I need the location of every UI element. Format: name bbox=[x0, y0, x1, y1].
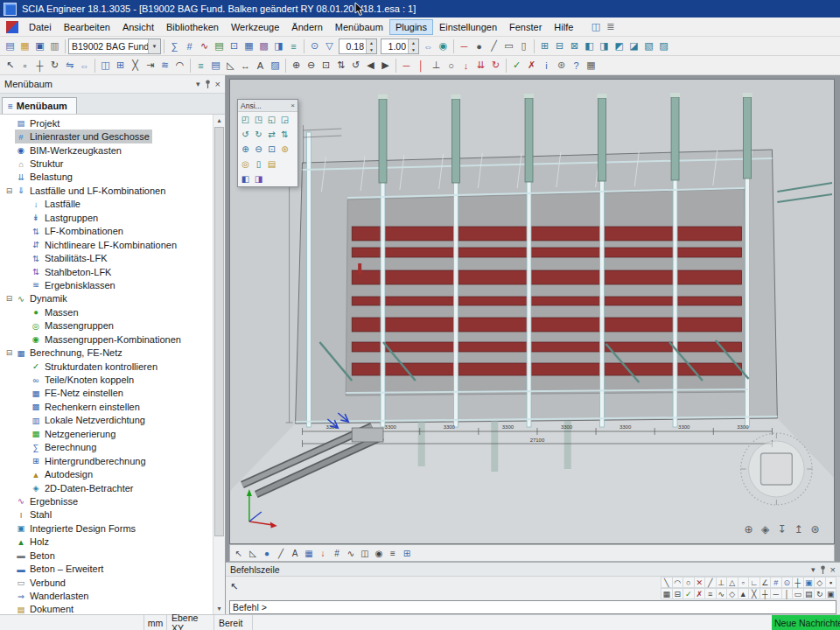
tree-item-lastfälle[interactable]: ↓Lastfälle bbox=[0, 198, 214, 211]
tree-item-stahlbeton-lfk[interactable]: ⇅Stahlbeton-LFK bbox=[0, 265, 214, 278]
tree-item-nichtlineare-lf-kombinationen[interactable]: ⇵Nichtlineare LF-Kombinationen bbox=[0, 238, 214, 251]
snap-circle-icon[interactable]: ○ bbox=[682, 577, 695, 588]
tree-item-berechnung-fe-netz[interactable]: ⊟▦Berechnung, FE-Netz bbox=[0, 346, 214, 359]
menu-ansicht[interactable]: Ansicht bbox=[116, 19, 160, 35]
scale-icon[interactable]: ⇔ bbox=[421, 38, 436, 53]
light-icon[interactable]: ◎ bbox=[239, 158, 252, 171]
move-icon[interactable]: ┼ bbox=[32, 58, 47, 73]
tree-item-teile-knoten-koppeln[interactable]: ∞Teile/Knoten koppeln bbox=[0, 373, 214, 386]
tree-scrollbar[interactable]: ▴ ▾ bbox=[213, 115, 225, 614]
next-view-icon[interactable]: ▶ bbox=[378, 58, 393, 73]
delete-icon[interactable]: ✗ bbox=[524, 58, 539, 73]
report-icon[interactable]: ▤ bbox=[212, 38, 227, 53]
close-icon[interactable]: × bbox=[830, 564, 836, 575]
layer-a-icon[interactable]: ◧ bbox=[239, 172, 252, 186]
menu-fenster[interactable]: Fenster bbox=[503, 19, 548, 35]
pan-icon[interactable]: ⇅ bbox=[333, 58, 348, 73]
close-icon[interactable]: × bbox=[290, 102, 295, 109]
menu-plugins[interactable]: Plugins bbox=[389, 19, 433, 35]
zoom-window-icon[interactable]: ⊡ bbox=[318, 58, 333, 73]
accept-icon[interactable]: ✓ bbox=[682, 588, 695, 599]
tree-item-stahl[interactable]: IStahl bbox=[0, 508, 214, 522]
layer-b-icon[interactable]: ◨ bbox=[252, 172, 265, 186]
save-icon[interactable]: ▣ bbox=[32, 38, 47, 53]
pointer-icon[interactable]: ↖ bbox=[232, 546, 246, 560]
tree-item-beton[interactable]: ▬Beton bbox=[0, 549, 214, 562]
crosshair-icon[interactable]: ┼ bbox=[760, 588, 772, 599]
loads-icon[interactable]: ↓ bbox=[316, 546, 330, 560]
tree-collapse-icon[interactable]: ⊟ bbox=[4, 348, 15, 357]
select-box-icon[interactable]: ▫ bbox=[18, 58, 32, 73]
spin-down-icon[interactable]: ▼ bbox=[409, 46, 418, 53]
zoom-out-icon[interactable]: ⊖ bbox=[252, 143, 265, 156]
download-icon[interactable]: ↧ bbox=[774, 522, 790, 536]
menu-ändern[interactable]: Ändern bbox=[285, 19, 328, 35]
curve-icon[interactable]: ∿ bbox=[716, 588, 728, 599]
tree-item-massen[interactable]: ●Massen bbox=[0, 305, 214, 318]
tree-collapse-icon[interactable]: ⊟ bbox=[4, 186, 15, 195]
opening-icon[interactable]: ▯ bbox=[516, 38, 531, 53]
tree-item-hintergrundberechnung[interactable]: ⊞Hintergrundberechnung bbox=[0, 454, 214, 467]
zoom-window-icon[interactable]: ⊡ bbox=[265, 143, 278, 156]
hidden-line-icon[interactable]: ▨ bbox=[656, 38, 671, 53]
spin-down-icon[interactable]: ▼ bbox=[367, 46, 376, 53]
layers2-icon[interactable]: ≡ bbox=[193, 58, 208, 73]
toolbar-config-icon[interactable]: ◫ bbox=[588, 19, 603, 34]
tree-item-beton-erweitert[interactable]: ▬Beton – Erweitert bbox=[0, 562, 214, 575]
view-top-icon[interactable]: ⊞ bbox=[537, 38, 552, 53]
stretch-icon[interactable]: ⇔ bbox=[77, 58, 92, 73]
render-mode-icon[interactable]: ◉ bbox=[372, 546, 386, 560]
surfaces-icon[interactable]: ▦ bbox=[302, 546, 316, 560]
help-icon[interactable]: ? bbox=[569, 58, 584, 73]
print-icon[interactable]: ▥ bbox=[47, 38, 62, 53]
snap-line-icon[interactable]: ╲ bbox=[661, 577, 673, 588]
tree-item-2d-daten-betrachter[interactable]: ◈2D-Daten-Betrachter bbox=[0, 481, 214, 494]
print-view-icon[interactable]: ▤ bbox=[265, 158, 278, 171]
wireframe-icon[interactable]: ◪ bbox=[626, 38, 641, 53]
previous-view-icon[interactable]: ◀ bbox=[363, 58, 378, 73]
pin-icon[interactable] bbox=[205, 80, 211, 88]
settings-icon[interactable]: ⊛ bbox=[554, 58, 569, 73]
snap-diagonal-icon[interactable]: ╱ bbox=[704, 577, 717, 588]
filter-layers-icon[interactable]: ▤ bbox=[803, 588, 816, 599]
layers-icon[interactable]: ≡ bbox=[286, 38, 301, 53]
render-icon[interactable]: ◉ bbox=[436, 38, 451, 53]
snap-arc-icon[interactable]: ◠ bbox=[672, 577, 684, 588]
activity-icon[interactable]: ⊙ bbox=[307, 38, 322, 53]
calculator-icon[interactable]: ∑ bbox=[167, 38, 182, 53]
menu-werkzeuge[interactable]: Werkzeuge bbox=[225, 19, 285, 35]
fillet-icon[interactable]: ◠ bbox=[172, 58, 187, 73]
mesh-display-icon[interactable]: # bbox=[330, 546, 344, 560]
snap-midpoint-icon[interactable]: △ bbox=[726, 577, 738, 588]
spin-up-icon[interactable]: ▲ bbox=[409, 39, 418, 46]
opacity-stepper[interactable]: 0.18 ▲▼ bbox=[339, 38, 377, 54]
stepper-buttons[interactable]: ▲▼ bbox=[366, 39, 376, 53]
tree-item-ergebnisse[interactable]: ∿Ergebnisse bbox=[0, 494, 214, 508]
status-unit[interactable]: mm bbox=[144, 615, 167, 630]
tree-item-lokale-netzverdichtung[interactable]: ▥Lokale Netzverdichtung bbox=[0, 414, 214, 427]
grid-snap-icon[interactable]: # bbox=[770, 577, 782, 588]
snap-ortho-icon[interactable]: ⊟ bbox=[672, 588, 684, 599]
tree-item-lf-kombinationen[interactable]: ⇅LF-Kombinationen bbox=[0, 225, 214, 238]
tree-item-stabilitäts-lfk[interactable]: ⇅Stabilitäts-LFK bbox=[0, 251, 214, 264]
view-axo-icon[interactable]: ◲ bbox=[278, 113, 291, 126]
hline-icon[interactable]: ─ bbox=[770, 588, 782, 599]
picture-icon[interactable]: ◨ bbox=[271, 38, 286, 53]
sections-icon[interactable]: ◫ bbox=[358, 546, 372, 560]
tree-collapse-icon[interactable]: ⊟ bbox=[4, 294, 15, 303]
rotate-left-icon[interactable]: ↺ bbox=[239, 128, 252, 141]
polar-icon[interactable]: ∠ bbox=[760, 577, 772, 588]
spin-up-icon[interactable]: ▲ bbox=[367, 39, 376, 46]
settings-gear-icon[interactable]: ⊛ bbox=[807, 522, 823, 536]
open-project-icon[interactable]: ▦ bbox=[18, 38, 32, 53]
view-z-icon[interactable]: ◱ bbox=[265, 113, 278, 126]
rotate-right-icon[interactable]: ↻ bbox=[252, 128, 265, 141]
view-back-icon[interactable]: ◨ bbox=[597, 38, 612, 53]
scale-stepper[interactable]: 1.00 ▲▼ bbox=[381, 38, 419, 54]
tracking-icon[interactable]: ┼ bbox=[792, 577, 804, 588]
plate-icon[interactable]: ▭ bbox=[501, 38, 516, 53]
scroll-up-icon[interactable]: ▴ bbox=[214, 115, 225, 126]
copy-icon[interactable]: ◫ bbox=[98, 58, 113, 73]
diamond-icon[interactable]: ◇ bbox=[726, 588, 738, 599]
new-project-icon[interactable]: ▤ bbox=[3, 38, 18, 53]
